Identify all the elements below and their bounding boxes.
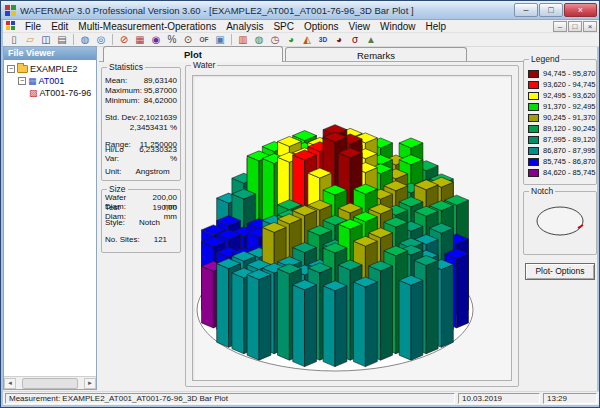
globe-percent-icon[interactable]: ◎ <box>93 33 109 46</box>
tree-item-example2[interactable]: −EXAMPLE2 <box>7 63 96 75</box>
menu-analysis[interactable]: Analysis <box>221 20 268 33</box>
compass-icon[interactable]: ⊘ <box>116 33 132 46</box>
legend-color-swatch <box>528 147 539 155</box>
legend-bin: 87,995 - 89,120 <box>524 134 596 145</box>
legend-groupbox: Legend 94,745 - 95,87093,620 - 94,74592,… <box>523 59 597 185</box>
copy-icon[interactable]: ▣ <box>212 33 228 46</box>
menu-help[interactable]: Help <box>421 20 452 33</box>
histogram-icon[interactable]: ▥ <box>235 33 251 46</box>
wafer-grid-icon: ▦ <box>28 77 37 86</box>
file-viewer-hscrollbar[interactable]: ◄ ► <box>4 376 96 389</box>
close-button[interactable]: × <box>564 3 597 17</box>
scroll-right-arrow[interactable]: ► <box>84 378 96 389</box>
legend-bin: 89,120 - 90,245 <box>524 123 596 134</box>
plot-options-button[interactable]: Plot- Options <box>525 263 595 280</box>
size-spacer <box>102 227 180 234</box>
file-viewer-panel: File Viewer −EXAMPLE2−▦AT001▨AT001-76-96… <box>3 46 97 390</box>
menu-view[interactable]: View <box>343 20 375 33</box>
measurement-chart-icon: ▨ <box>29 89 38 98</box>
toolbar-separator <box>73 34 74 45</box>
legend-bin: 93,620 - 94,745 <box>524 79 596 90</box>
globe-stats-icon[interactable]: ◍ <box>251 33 267 46</box>
size-groupbox: Size Wafer Diam:200,00 mmTest Diam:190,0… <box>101 189 181 253</box>
legend-bin: 86,870 - 87,995 <box>524 145 596 156</box>
legend-bin: 94,745 - 95,870 <box>524 68 596 79</box>
statistic-spacer <box>102 105 180 112</box>
print-icon[interactable]: ▤ <box>54 33 70 46</box>
of-icon[interactable]: OF <box>196 33 212 46</box>
statistic-row: Hi/Lo Var:6,2330323 % <box>102 149 180 159</box>
legend-color-swatch <box>528 103 539 111</box>
status-measurement: Measurement: EXAMPLE2_AT001_AT001-76-96_… <box>5 393 455 404</box>
menu-spc[interactable]: SPC <box>268 20 299 33</box>
wafer-groupbox: Wafer <box>185 65 519 387</box>
statistic-row: Unit:Angstrom <box>102 166 180 176</box>
legend-color-swatch <box>528 70 539 78</box>
open-folder-icon[interactable]: ▱ <box>22 33 38 46</box>
mdi-close-button[interactable]: × <box>583 21 597 32</box>
globe-export-icon[interactable]: ◍ <box>77 33 93 46</box>
legend-bin: 84,620 - 85,745 <box>524 167 596 178</box>
legend-title: Legend <box>529 54 561 64</box>
menu-multi-measurement-operations[interactable]: Multi-Measurement-Operations <box>73 20 221 33</box>
percent-icon[interactable]: % <box>164 33 180 46</box>
menu-file[interactable]: File <box>20 20 46 33</box>
toolbar-separator <box>112 34 113 45</box>
menu-bar-items: FileEditMulti-Measurement-OperationsAnal… <box>20 20 451 33</box>
peak-chart-icon[interactable]: ◭ <box>299 33 315 46</box>
tree-item-at001-76-96[interactable]: ▨AT001-76-96 <box>7 87 96 99</box>
mdi-minimize-button[interactable]: – <box>553 21 567 32</box>
tab-remarks[interactable]: Remarks <box>285 47 467 62</box>
statistic-row: 2,3453431 % <box>102 122 180 132</box>
menu-edit[interactable]: Edit <box>46 20 73 33</box>
sigma-icon[interactable]: σ <box>347 33 363 46</box>
legend-color-swatch <box>528 92 539 100</box>
notch-groupbox: Notch <box>523 191 597 255</box>
legend-color-swatch <box>528 114 539 122</box>
toolbar: ▯▱◫▤◍◎⊘▦◉%⊙OF▣▥◍◷◕◭3D◕σ▲ <box>3 33 599 47</box>
new-document-icon[interactable]: ▯ <box>6 33 22 46</box>
minimize-button[interactable]: – <box>514 3 538 17</box>
wafer-3d-bar-plot[interactable] <box>193 76 513 380</box>
toolbar-separator <box>231 34 232 45</box>
legend-bin: 92,495 - 93,620 <box>524 90 596 101</box>
scroll-left-arrow[interactable]: ◄ <box>4 378 16 389</box>
mdi-child-icon[interactable] <box>6 21 16 31</box>
scroll-thumb[interactable] <box>22 378 78 389</box>
legend-color-swatch <box>528 125 539 133</box>
pie-dark-icon[interactable]: ◕ <box>331 33 347 46</box>
title-bar[interactable]: WAFERMAP 3.0 Professional Version 3.60 -… <box>1 1 600 20</box>
legend-bin: 90,245 - 91,370 <box>524 112 596 123</box>
legend-bin: 91,370 - 92,495 <box>524 101 596 112</box>
window-frame-right <box>597 20 599 408</box>
ruler-icon[interactable]: ▦ <box>132 33 148 46</box>
status-bar: Measurement: EXAMPLE2_AT001_AT001-76-96_… <box>3 391 599 405</box>
orb-icon[interactable]: ◉ <box>148 33 164 46</box>
legend-color-swatch <box>528 158 539 166</box>
window-title: WAFERMAP 3.0 Professional Version 3.60 -… <box>20 5 510 16</box>
menu-options[interactable]: Options <box>299 20 343 33</box>
statistic-row: Minimum:84,62000 <box>102 95 180 105</box>
tab-plot[interactable]: Plot <box>103 46 283 62</box>
legend-color-swatch <box>528 136 539 144</box>
tree-expander-icon[interactable]: − <box>7 65 15 73</box>
notch-title: Notch <box>529 186 555 196</box>
profile-chart-icon[interactable]: ▲ <box>363 33 379 46</box>
app-window: WAFERMAP 3.0 Professional Version 3.60 -… <box>0 0 600 408</box>
maximize-button[interactable]: □ <box>539 3 563 17</box>
mdi-restore-button[interactable]: □ <box>568 21 582 32</box>
clock-icon[interactable]: ◷ <box>267 33 283 46</box>
zoom-icon[interactable]: ⊙ <box>180 33 196 46</box>
status-date: 10.03.2019 <box>458 393 540 404</box>
bar3d-icon[interactable]: 3D <box>315 33 331 46</box>
statistics-title: Statistics <box>107 62 145 72</box>
legend-bin: 85,745 - 86,870 <box>524 156 596 167</box>
tree-expander-icon[interactable]: − <box>18 77 26 85</box>
menu-bar: FileEditMulti-Measurement-OperationsAnal… <box>3 20 599 33</box>
save-icon[interactable]: ◫ <box>38 33 54 46</box>
menu-window[interactable]: Window <box>375 20 421 33</box>
pie-chart-icon[interactable]: ◕ <box>283 33 299 46</box>
legend-color-swatch <box>528 169 539 177</box>
wafer-plot-area <box>192 75 512 381</box>
tree-item-at001[interactable]: −▦AT001 <box>7 75 96 87</box>
